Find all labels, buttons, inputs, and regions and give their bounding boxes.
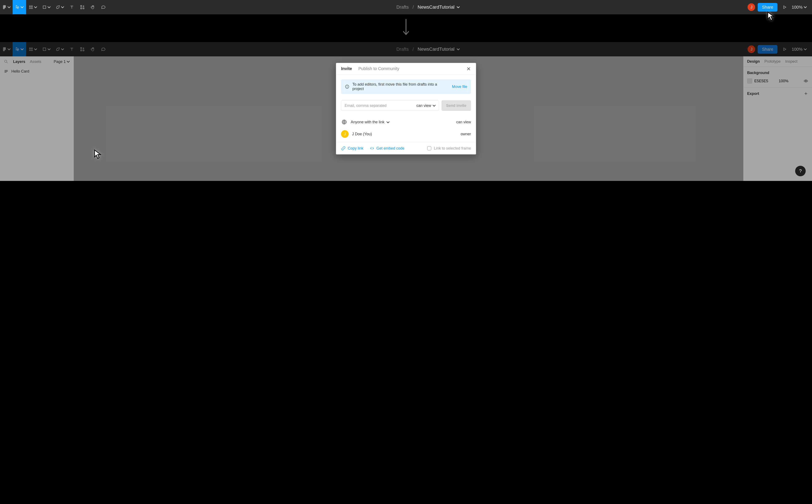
figma-menu-button[interactable] — [0, 0, 13, 14]
background-hex[interactable]: E5E5E5 — [754, 79, 768, 83]
close-button[interactable] — [466, 66, 471, 71]
breadcrumb: Drafts / NewsCardTutorial — [109, 4, 748, 10]
zoom-selector[interactable]: 100% — [789, 47, 809, 52]
svg-point-12 — [4, 49, 6, 50]
shape-tool-button[interactable] — [40, 0, 53, 14]
dialog-tab-invite[interactable]: Invite — [341, 66, 352, 71]
move-tool-button[interactable] — [13, 42, 26, 56]
background-swatch[interactable] — [747, 78, 752, 84]
plus-icon — [804, 91, 808, 96]
anyone-permission[interactable]: can view — [456, 120, 471, 124]
share-row-member: J J Doe (You) owner — [341, 128, 471, 140]
chevron-down-icon — [386, 121, 390, 124]
pointer-icon — [15, 47, 20, 52]
breadcrumb-filename[interactable]: NewsCardTutorial — [418, 4, 460, 10]
hand-icon — [90, 5, 95, 9]
figma-logo-icon — [2, 47, 7, 52]
visibility-toggle[interactable] — [804, 79, 808, 83]
resources-tool-button[interactable] — [77, 0, 88, 14]
tab-inspect[interactable]: Inspect — [785, 59, 797, 64]
pen-tool-button[interactable] — [53, 42, 66, 56]
breadcrumb-filename[interactable]: NewsCardTutorial — [418, 46, 460, 52]
help-button[interactable]: ? — [795, 166, 806, 176]
avatar[interactable]: J — [748, 45, 755, 53]
pen-icon — [56, 5, 60, 9]
search-icon[interactable] — [4, 59, 8, 64]
zoom-selector[interactable]: 100% — [789, 5, 809, 10]
tab-assets[interactable]: Assets — [30, 60, 41, 64]
pointer-icon — [15, 5, 20, 9]
invite-permission-selector[interactable]: can view — [416, 103, 436, 108]
member-role: owner — [460, 132, 471, 136]
share-dialog: Invite Publish to Community To add edito… — [336, 63, 476, 154]
hand-tool-button[interactable] — [88, 0, 98, 14]
avatar[interactable]: J — [748, 3, 755, 11]
chevron-down-icon — [804, 5, 807, 9]
frame-tool-button[interactable] — [26, 0, 40, 14]
frame-icon — [29, 5, 33, 9]
chevron-down-icon — [61, 5, 64, 9]
svg-rect-6 — [81, 5, 82, 7]
share-button[interactable]: Share — [758, 3, 777, 12]
breadcrumb-separator: / — [413, 4, 414, 10]
text-tool-button[interactable] — [66, 42, 77, 56]
share-row-anyone[interactable]: Anyone with the link can view — [341, 116, 471, 128]
svg-rect-8 — [83, 8, 84, 9]
present-button[interactable] — [780, 0, 789, 14]
shape-tool-button[interactable] — [40, 42, 53, 56]
invite-email-field[interactable]: can view — [341, 100, 439, 111]
invite-email-input[interactable] — [344, 103, 417, 108]
chevron-down-icon — [456, 48, 460, 51]
text-icon — [69, 5, 74, 9]
frame-tool-button[interactable] — [26, 42, 40, 56]
figma-menu-button[interactable] — [0, 42, 13, 56]
svg-rect-5 — [43, 6, 46, 9]
chevron-down-icon — [20, 48, 24, 51]
square-icon — [42, 47, 47, 52]
tab-prototype[interactable]: Prototype — [764, 59, 781, 64]
info-icon — [345, 84, 350, 89]
frame-icon — [4, 69, 8, 74]
copy-link-button[interactable]: Copy link — [341, 146, 363, 151]
export-title: Export — [747, 92, 759, 96]
svg-point-4 — [3, 8, 4, 9]
background-title: Background — [747, 71, 808, 75]
svg-point-13 — [3, 50, 4, 51]
checkbox-icon — [427, 146, 431, 150]
breadcrumb-drafts[interactable]: Drafts — [396, 46, 409, 52]
close-icon — [466, 66, 471, 71]
resources-tool-button[interactable] — [77, 42, 88, 56]
globe-icon — [341, 119, 348, 125]
dialog-tab-publish[interactable]: Publish to Community — [358, 66, 399, 71]
svg-rect-17 — [83, 50, 84, 51]
hand-tool-button[interactable] — [88, 42, 98, 56]
share-button[interactable]: Share — [758, 45, 777, 54]
background-opacity[interactable]: 100% — [779, 79, 788, 83]
pen-tool-button[interactable] — [53, 0, 66, 14]
toolbar-step1: Drafts / NewsCardTutorial J Share 100% — [0, 0, 812, 14]
comment-tool-button[interactable] — [98, 42, 109, 56]
tab-design[interactable]: Design — [747, 59, 760, 64]
text-tool-button[interactable] — [66, 0, 77, 14]
anyone-label: Anyone with the link — [351, 120, 390, 124]
link-to-frame-toggle[interactable]: Link to selected frame — [427, 146, 471, 151]
page-selector[interactable]: Page 1 — [54, 60, 70, 64]
svg-point-21 — [347, 86, 347, 86]
embed-code-button[interactable]: Get embed code — [370, 146, 405, 151]
layer-row[interactable]: Hello Card — [0, 67, 74, 76]
svg-rect-16 — [81, 50, 82, 51]
pen-icon — [56, 47, 60, 52]
present-button[interactable] — [780, 42, 789, 56]
export-add[interactable] — [804, 91, 808, 96]
breadcrumb-drafts[interactable]: Drafts — [396, 4, 409, 10]
comment-tool-button[interactable] — [98, 0, 109, 14]
tab-layers[interactable]: Layers — [13, 60, 25, 64]
move-file-link[interactable]: Move file — [452, 85, 467, 89]
send-invite-button: Send invite — [441, 100, 471, 111]
arrow-down-icon — [402, 18, 410, 39]
plus-grid-icon — [80, 5, 85, 9]
move-tool-button[interactable] — [13, 0, 26, 14]
play-icon — [782, 47, 787, 52]
figma-logo-icon — [2, 5, 7, 9]
breadcrumb: Drafts / NewsCardTutorial — [109, 46, 748, 52]
